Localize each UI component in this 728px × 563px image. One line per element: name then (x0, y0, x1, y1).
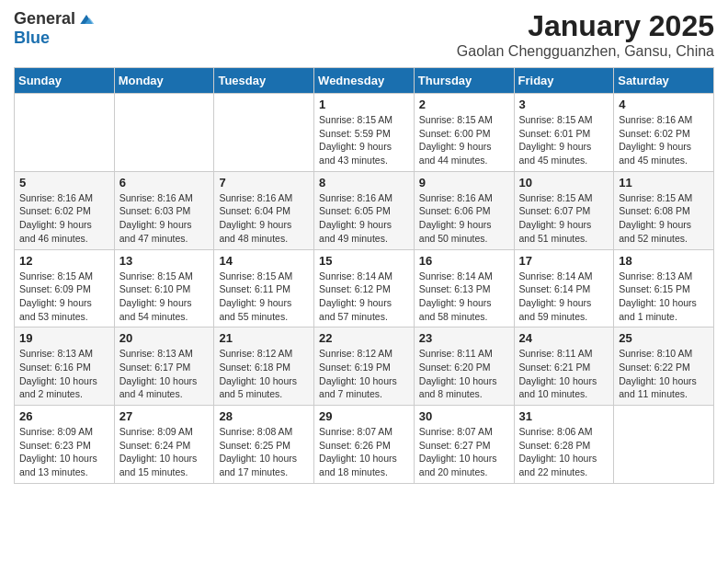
calendar-cell: 30Sunrise: 8:07 AM Sunset: 6:27 PM Dayli… (414, 406, 514, 484)
day-info: Sunrise: 8:15 AM Sunset: 6:08 PM Dayligh… (619, 191, 709, 246)
day-info: Sunrise: 8:15 AM Sunset: 6:10 PM Dayligh… (119, 270, 210, 324)
location-title: Gaolan Chengguanzhen, Gansu, China (457, 43, 714, 60)
day-number: 10 (519, 176, 609, 190)
day-number: 27 (119, 409, 210, 423)
calendar-cell: 21Sunrise: 8:12 AM Sunset: 6:18 PM Dayli… (214, 327, 314, 406)
day-number: 2 (419, 98, 509, 111)
day-info: Sunrise: 8:16 AM Sunset: 6:03 PM Dayligh… (119, 191, 210, 246)
calendar-cell: 7Sunrise: 8:16 AM Sunset: 6:04 PM Daylig… (214, 171, 314, 249)
day-number: 30 (419, 409, 509, 423)
calendar-cell: 22Sunrise: 8:12 AM Sunset: 6:19 PM Dayli… (314, 327, 415, 406)
month-title: January 2025 (457, 9, 714, 43)
day-number: 26 (19, 409, 109, 423)
day-number: 13 (119, 254, 210, 268)
day-info: Sunrise: 8:15 AM Sunset: 5:59 PM Dayligh… (319, 113, 409, 167)
day-number: 31 (519, 409, 609, 423)
calendar-cell (15, 94, 115, 172)
calendar-cell: 2Sunrise: 8:15 AM Sunset: 6:00 PM Daylig… (414, 94, 514, 172)
calendar-cell: 25Sunrise: 8:10 AM Sunset: 6:22 PM Dayli… (614, 327, 714, 406)
day-info: Sunrise: 8:07 AM Sunset: 6:27 PM Dayligh… (419, 425, 509, 479)
day-number: 14 (219, 254, 309, 268)
calendar-week-row: 26Sunrise: 8:09 AM Sunset: 6:23 PM Dayli… (15, 406, 714, 484)
day-number: 4 (619, 98, 709, 111)
day-info: Sunrise: 8:13 AM Sunset: 6:15 PM Dayligh… (619, 270, 709, 324)
day-info: Sunrise: 8:11 AM Sunset: 6:20 PM Dayligh… (419, 347, 509, 401)
day-of-week-header: Friday (514, 68, 614, 94)
day-info: Sunrise: 8:15 AM Sunset: 6:11 PM Dayligh… (219, 270, 309, 324)
logo: General Blue (14, 9, 96, 48)
logo-icon (77, 10, 96, 29)
day-info: Sunrise: 8:16 AM Sunset: 6:02 PM Dayligh… (619, 113, 709, 167)
day-info: Sunrise: 8:10 AM Sunset: 6:22 PM Dayligh… (619, 347, 709, 401)
day-of-week-header: Wednesday (314, 68, 415, 94)
day-number: 24 (519, 331, 609, 345)
day-info: Sunrise: 8:15 AM Sunset: 6:01 PM Dayligh… (519, 113, 609, 167)
day-number: 6 (119, 176, 210, 190)
calendar-cell: 28Sunrise: 8:08 AM Sunset: 6:25 PM Dayli… (214, 406, 314, 484)
day-of-week-header: Saturday (614, 68, 714, 94)
calendar-cell: 9Sunrise: 8:16 AM Sunset: 6:06 PM Daylig… (414, 171, 514, 249)
day-info: Sunrise: 8:13 AM Sunset: 6:17 PM Dayligh… (119, 347, 210, 401)
day-info: Sunrise: 8:07 AM Sunset: 6:26 PM Dayligh… (319, 425, 409, 479)
day-info: Sunrise: 8:16 AM Sunset: 6:05 PM Dayligh… (319, 191, 409, 246)
calendar-cell: 15Sunrise: 8:14 AM Sunset: 6:12 PM Dayli… (314, 249, 415, 327)
day-number: 29 (319, 409, 409, 423)
day-of-week-header: Monday (114, 68, 214, 94)
day-info: Sunrise: 8:08 AM Sunset: 6:25 PM Dayligh… (219, 425, 309, 479)
calendar-cell (114, 94, 214, 172)
calendar-cell: 18Sunrise: 8:13 AM Sunset: 6:15 PM Dayli… (614, 249, 714, 327)
day-info: Sunrise: 8:09 AM Sunset: 6:24 PM Dayligh… (119, 425, 210, 479)
day-number: 9 (419, 176, 509, 190)
day-number: 12 (19, 254, 109, 268)
calendar-week-row: 12Sunrise: 8:15 AM Sunset: 6:09 PM Dayli… (15, 249, 714, 327)
day-number: 23 (419, 331, 509, 345)
day-number: 18 (619, 254, 709, 268)
calendar-cell: 20Sunrise: 8:13 AM Sunset: 6:17 PM Dayli… (114, 327, 214, 406)
day-info: Sunrise: 8:14 AM Sunset: 6:14 PM Dayligh… (519, 270, 609, 324)
calendar-cell: 24Sunrise: 8:11 AM Sunset: 6:21 PM Dayli… (514, 327, 614, 406)
day-info: Sunrise: 8:16 AM Sunset: 6:06 PM Dayligh… (419, 191, 509, 246)
day-info: Sunrise: 8:14 AM Sunset: 6:12 PM Dayligh… (319, 270, 409, 324)
calendar-cell: 14Sunrise: 8:15 AM Sunset: 6:11 PM Dayli… (214, 249, 314, 327)
calendar-cell: 26Sunrise: 8:09 AM Sunset: 6:23 PM Dayli… (15, 406, 115, 484)
calendar-cell: 4Sunrise: 8:16 AM Sunset: 6:02 PM Daylig… (614, 94, 714, 172)
day-info: Sunrise: 8:15 AM Sunset: 6:07 PM Dayligh… (519, 191, 609, 246)
day-number: 8 (319, 176, 409, 190)
day-number: 20 (119, 331, 210, 345)
calendar-cell: 31Sunrise: 8:06 AM Sunset: 6:28 PM Dayli… (514, 406, 614, 484)
day-number: 15 (319, 254, 409, 268)
day-info: Sunrise: 8:16 AM Sunset: 6:04 PM Dayligh… (219, 191, 309, 246)
day-info: Sunrise: 8:09 AM Sunset: 6:23 PM Dayligh… (19, 425, 109, 479)
day-number: 17 (519, 254, 609, 268)
day-of-week-header: Tuesday (214, 68, 314, 94)
day-info: Sunrise: 8:14 AM Sunset: 6:13 PM Dayligh… (419, 270, 509, 324)
day-number: 11 (619, 176, 709, 190)
calendar-cell: 8Sunrise: 8:16 AM Sunset: 6:05 PM Daylig… (314, 171, 415, 249)
calendar-week-row: 1Sunrise: 8:15 AM Sunset: 5:59 PM Daylig… (15, 94, 714, 172)
day-number: 28 (219, 409, 309, 423)
day-of-week-header: Sunday (15, 68, 115, 94)
day-number: 19 (19, 331, 109, 345)
calendar-cell: 17Sunrise: 8:14 AM Sunset: 6:14 PM Dayli… (514, 249, 614, 327)
calendar-week-row: 5Sunrise: 8:16 AM Sunset: 6:02 PM Daylig… (15, 171, 714, 249)
calendar-cell: 3Sunrise: 8:15 AM Sunset: 6:01 PM Daylig… (514, 94, 614, 172)
calendar-cell: 11Sunrise: 8:15 AM Sunset: 6:08 PM Dayli… (614, 171, 714, 249)
day-number: 1 (319, 98, 409, 111)
day-info: Sunrise: 8:15 AM Sunset: 6:00 PM Dayligh… (419, 113, 509, 167)
day-number: 25 (619, 331, 709, 345)
day-info: Sunrise: 8:13 AM Sunset: 6:16 PM Dayligh… (19, 347, 109, 401)
calendar-cell: 19Sunrise: 8:13 AM Sunset: 6:16 PM Dayli… (15, 327, 115, 406)
day-number: 5 (19, 176, 109, 190)
calendar-cell: 12Sunrise: 8:15 AM Sunset: 6:09 PM Dayli… (15, 249, 115, 327)
day-info: Sunrise: 8:16 AM Sunset: 6:02 PM Dayligh… (19, 191, 109, 246)
calendar-cell: 6Sunrise: 8:16 AM Sunset: 6:03 PM Daylig… (114, 171, 214, 249)
calendar-cell: 29Sunrise: 8:07 AM Sunset: 6:26 PM Dayli… (314, 406, 415, 484)
day-number: 21 (219, 331, 309, 345)
calendar-header-row: SundayMondayTuesdayWednesdayThursdayFrid… (15, 68, 714, 94)
day-number: 16 (419, 254, 509, 268)
calendar-cell: 23Sunrise: 8:11 AM Sunset: 6:20 PM Dayli… (414, 327, 514, 406)
day-number: 3 (519, 98, 609, 111)
day-info: Sunrise: 8:15 AM Sunset: 6:09 PM Dayligh… (19, 270, 109, 324)
logo-general-text: General (14, 9, 75, 29)
page-header: General Blue January 2025 Gaolan Chenggu… (14, 9, 714, 60)
